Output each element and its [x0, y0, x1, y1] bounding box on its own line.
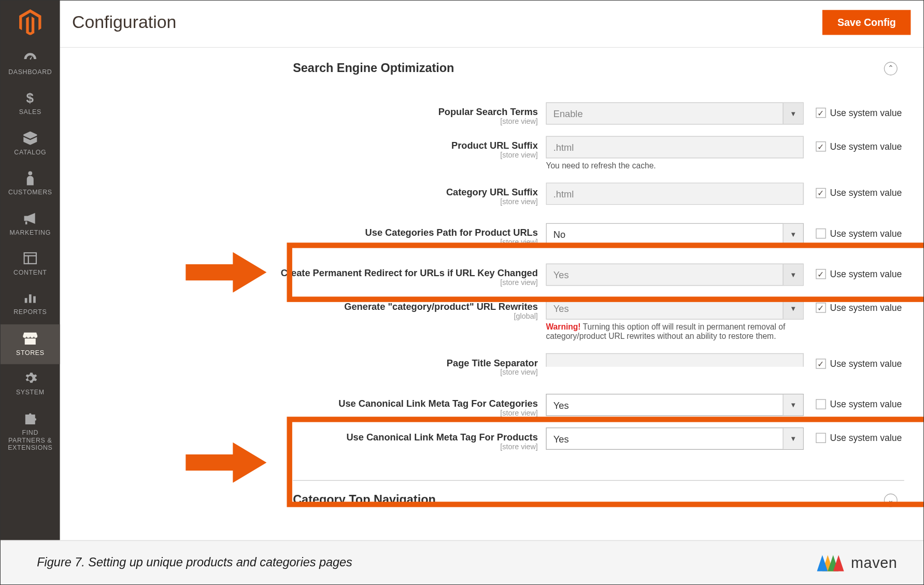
nav-stores[interactable]: STORES [1, 324, 60, 364]
layout-icon [21, 251, 39, 266]
checkbox-sys-titlesep[interactable]: ✓ [816, 359, 826, 369]
checkbox-sys-canoncat[interactable] [816, 399, 826, 409]
nav-catalog[interactable]: CATALOG [1, 124, 60, 164]
checkbox-sys-rewrites[interactable]: ✓ [816, 303, 826, 313]
chevron-down-icon: ▼ [783, 298, 803, 319]
checkbox-sys-prodsuffix[interactable]: ✓ [816, 141, 826, 152]
puzzle-icon [21, 411, 39, 426]
collapse-up-icon[interactable]: ⌃ [884, 62, 897, 75]
maven-mark-icon [817, 549, 847, 576]
svg-point-1 [28, 172, 32, 176]
checkbox-sys-catsuffix[interactable]: ✓ [816, 188, 826, 198]
section-seo-header[interactable]: Search Engine Optimization ⌃ [293, 52, 918, 85]
input-title-sep [546, 353, 803, 367]
nav-reports[interactable]: REPORTS [1, 284, 60, 324]
nav-dashboard[interactable]: DASHBOARD [1, 44, 60, 83]
field-use-categories-path: Use Categories Path for Product URLs[sto… [60, 213, 904, 255]
checkbox-sys-canonprod[interactable] [816, 433, 826, 444]
page-title: Configuration [72, 12, 176, 33]
select-canon-prod[interactable]: Yes▼ [546, 427, 803, 450]
nav-partners[interactable]: FIND PARTNERS & EXTENSIONS [1, 404, 60, 460]
nav-content[interactable]: CONTENT [1, 244, 60, 284]
megaphone-icon [21, 211, 39, 226]
select-cat-path[interactable]: No▼ [546, 223, 803, 246]
svg-rect-6 [29, 295, 32, 303]
field-product-url-suffix: Product URL Suffix[store view] .htmlYou … [60, 133, 904, 174]
person-icon [21, 170, 39, 186]
arrow-icon [186, 443, 266, 483]
checkbox-sys-catpath[interactable] [816, 229, 826, 239]
checkbox-sys-popular[interactable]: ✓ [816, 108, 826, 118]
maven-logo: maven [817, 549, 897, 576]
chevron-down-icon[interactable]: ▼ [783, 224, 803, 245]
input-product-suffix: .html [546, 136, 803, 159]
box-icon [21, 131, 39, 146]
gear-icon [21, 371, 39, 386]
select-gen-rewrites: Yes▼ [546, 297, 803, 320]
figure-caption-bar: Figure 7. Setting up unique products and… [1, 540, 924, 585]
admin-sidebar: DASHBOARD $SALES CATALOG CUSTOMERS MARKE… [1, 1, 60, 540]
chevron-down-icon: ▼ [783, 264, 803, 285]
dashboard-icon [21, 50, 39, 65]
section-catnav-title: Category Top Navigation [293, 493, 436, 507]
select-popular-terms: Enable▼ [546, 103, 803, 125]
svg-rect-2 [24, 253, 36, 264]
nav-customers[interactable]: CUSTOMERS [1, 164, 60, 204]
store-icon [21, 331, 39, 346]
magento-logo[interactable] [17, 9, 44, 36]
svg-rect-5 [25, 298, 27, 303]
input-category-suffix: .html [546, 183, 803, 205]
field-generate-rewrites: Generate "category/product" URL Rewrites… [60, 295, 904, 346]
save-config-button[interactable]: Save Config [822, 10, 911, 35]
page-header: Configuration Save Config [60, 1, 924, 48]
seo-form: Popular Search Terms[store view] Enable▼… [60, 85, 924, 469]
checkbox-sys-redirect[interactable]: ✓ [816, 269, 826, 279]
select-canon-cat[interactable]: Yes▼ [546, 394, 803, 416]
section-seo-title: Search Engine Optimization [293, 61, 454, 75]
nav-sales[interactable]: $SALES [1, 84, 60, 124]
field-popular-search-terms: Popular Search Terms[store view] Enable▼… [60, 99, 904, 128]
chart-icon [21, 291, 39, 306]
dollar-icon: $ [21, 91, 39, 106]
nav-marketing[interactable]: MARKETING [1, 204, 60, 244]
arrow-icon [186, 252, 266, 293]
svg-rect-7 [33, 296, 36, 303]
field-canonical-categories: Use Canonical Link Meta Tag For Categori… [60, 384, 904, 420]
field-page-title-separator: Page Title Separator[store view] ✓Use sy… [60, 351, 904, 379]
chevron-down-icon: ▼ [783, 103, 803, 124]
section-catnav-header[interactable]: Category Top Navigation ⌄ [293, 481, 918, 517]
chevron-down-icon[interactable]: ▼ [783, 394, 803, 415]
main-content: Configuration Save Config Search Engine … [60, 1, 924, 540]
svg-text:$: $ [26, 91, 34, 105]
figure-caption: Figure 7. Setting up unique products and… [37, 556, 352, 570]
field-category-url-suffix: Category URL Suffix[store view] .html ✓U… [60, 180, 904, 208]
nav-system[interactable]: SYSTEM [1, 364, 60, 404]
select-redirect: Yes▼ [546, 264, 803, 286]
collapse-down-icon[interactable]: ⌄ [884, 493, 897, 507]
chevron-down-icon[interactable]: ▼ [783, 428, 803, 449]
